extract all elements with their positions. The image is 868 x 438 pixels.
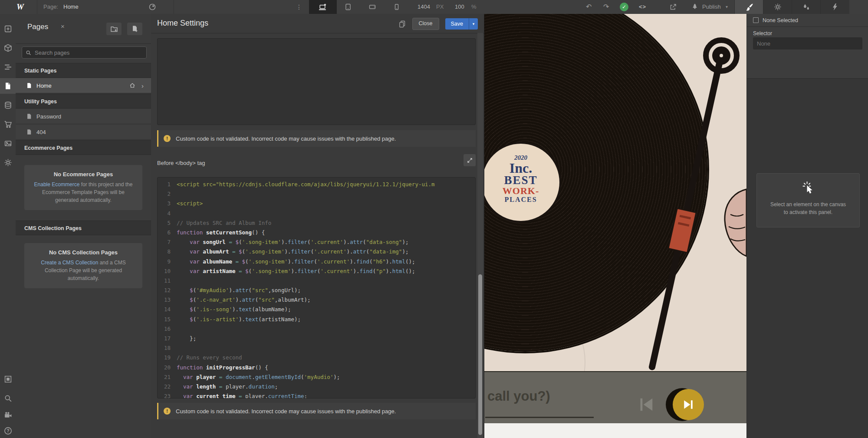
selector-input[interactable] bbox=[753, 37, 862, 49]
canvas-width-unit: PX bbox=[436, 0, 444, 14]
pages-panel-header: Pages × bbox=[16, 14, 151, 44]
add-folder-button[interactable] bbox=[106, 23, 122, 35]
settings-panel-tab[interactable] bbox=[763, 0, 792, 14]
head-code-editor-remnant[interactable] bbox=[157, 38, 476, 125]
left-toolbar: ? bbox=[0, 14, 16, 438]
badge-work: WORK- bbox=[484, 186, 559, 196]
body-code-editor[interactable]: 1<script src="https://cdnjs.cloudflare.c… bbox=[157, 177, 476, 398]
page-row-404[interactable]: 404 bbox=[16, 125, 151, 140]
breakpoint-phone-portrait[interactable] bbox=[390, 0, 404, 14]
style-panel-body: Select an element on the canvas to activ… bbox=[747, 78, 868, 438]
saved-status-icon[interactable]: ✓ bbox=[620, 3, 628, 11]
duplicate-icon[interactable] bbox=[398, 20, 406, 28]
publish-rocket-icon bbox=[691, 3, 699, 11]
add-elements-icon[interactable] bbox=[0, 21, 16, 36]
divider bbox=[174, 0, 174, 14]
selected-element-row: None Selected bbox=[747, 14, 868, 27]
design-canvas[interactable]: 2020 Inc. BEST WORK- PLACES call you?) bbox=[484, 14, 746, 438]
hint-text: Select an element on the canvas to activ… bbox=[757, 201, 859, 216]
redo-icon[interactable]: ↷ bbox=[603, 0, 609, 14]
pages-panel-title: Pages bbox=[27, 23, 48, 31]
enable-ecommerce-link[interactable]: Enable Ecommerce bbox=[34, 181, 80, 188]
section-utility-pages: Utility Pages bbox=[16, 94, 151, 109]
turntable-illustration: 2020 Inc. BEST WORK- PLACES bbox=[484, 14, 746, 371]
before-body-tag-label: Before </body> tag bbox=[157, 160, 205, 166]
skip-forward-button[interactable] bbox=[673, 389, 704, 420]
page-row-home[interactable]: Home › bbox=[16, 78, 151, 93]
page-name[interactable]: Home bbox=[63, 0, 79, 14]
interactions-panel-tab[interactable] bbox=[792, 0, 821, 14]
cms-collections-icon[interactable] bbox=[0, 97, 16, 113]
no-ecommerce-card: No Ecommerce Pages Enable Ecommerce for … bbox=[24, 165, 142, 210]
settings-actions: Close Save ▾ bbox=[398, 18, 478, 30]
search-pages bbox=[22, 46, 147, 59]
section-static-pages: Static Pages bbox=[16, 63, 151, 78]
custom-code-warning-bottom: ! Custom code is not validated. Incorrec… bbox=[157, 403, 476, 419]
add-page-button[interactable] bbox=[127, 23, 142, 35]
pages-panel-icon[interactable] bbox=[0, 78, 16, 94]
video-tutorials-icon[interactable] bbox=[0, 407, 16, 423]
breakpoint-desktop[interactable] bbox=[309, 0, 337, 14]
components-icon[interactable] bbox=[0, 40, 16, 56]
create-cms-collection-link[interactable]: Create a CMS Collection bbox=[41, 260, 98, 266]
expand-icon bbox=[467, 157, 473, 164]
hand-illustration bbox=[723, 188, 746, 279]
quick-actions-panel-tab[interactable] bbox=[820, 0, 849, 14]
breakpoint-phone-landscape[interactable] bbox=[365, 0, 379, 14]
project-settings-icon[interactable] bbox=[0, 155, 16, 170]
find-icon[interactable] bbox=[0, 390, 16, 406]
no-cms-card: No CMS Collection Pages Create a CMS Col… bbox=[24, 243, 142, 288]
close-button[interactable]: Close bbox=[412, 18, 439, 30]
zoom-value[interactable]: 100 bbox=[455, 0, 464, 14]
player-underline bbox=[485, 417, 594, 418]
undo-icon[interactable]: ↶ bbox=[586, 0, 592, 14]
top-bar: W Page: Home ⋮ 1404 PX 100 % ↶ ↷ ✓ <> bbox=[0, 0, 868, 14]
page-row-password[interactable]: Password bbox=[16, 109, 151, 124]
search-pages-input[interactable] bbox=[34, 49, 131, 56]
style-manager-icon[interactable] bbox=[0, 371, 16, 387]
warning-icon: ! bbox=[164, 135, 171, 142]
zoom-unit: % bbox=[471, 0, 477, 14]
page-icon bbox=[26, 82, 32, 89]
record-label-badge: 2020 Inc. BEST WORK- PLACES bbox=[484, 142, 561, 223]
badge-places: PLACES bbox=[484, 196, 559, 204]
breakpoint-tablet[interactable] bbox=[341, 0, 355, 14]
close-icon[interactable]: × bbox=[61, 23, 65, 30]
help-icon[interactable]: ? bbox=[0, 423, 16, 438]
menu-dots-icon[interactable]: ⋮ bbox=[296, 0, 302, 14]
audio-player-bar: call you?) bbox=[484, 371, 746, 423]
save-dropdown-chevron-icon[interactable]: ▾ bbox=[469, 18, 478, 30]
preview-icon[interactable] bbox=[148, 3, 156, 11]
navigator-icon[interactable] bbox=[0, 59, 16, 75]
settings-scrollbar[interactable] bbox=[477, 33, 483, 438]
svg-text:?: ? bbox=[7, 428, 9, 433]
tonearm-pivot-dot bbox=[720, 54, 723, 57]
save-button[interactable]: Save ▾ bbox=[445, 18, 478, 30]
scrollbar-thumb[interactable] bbox=[478, 274, 482, 435]
search-icon bbox=[26, 50, 31, 56]
home-icon bbox=[129, 82, 135, 89]
custom-code-icon[interactable]: <> bbox=[639, 0, 646, 14]
home-settings-panel: Home Settings Close Save ▾ ! Custom code… bbox=[151, 14, 484, 438]
warning-text: Custom code is not validated. Incorrect … bbox=[176, 408, 396, 415]
canvas-width-value[interactable]: 1404 bbox=[418, 0, 430, 14]
ecommerce-icon[interactable] bbox=[0, 116, 16, 132]
webflow-logo[interactable]: W bbox=[16, 0, 24, 14]
save-label[interactable]: Save bbox=[445, 18, 469, 30]
select-element-hint-card: Select an element on the canvas to activ… bbox=[756, 173, 860, 227]
publish-chevron-icon[interactable]: ▾ bbox=[726, 0, 728, 14]
assets-icon[interactable] bbox=[0, 135, 16, 151]
expand-editor-button[interactable] bbox=[464, 154, 476, 166]
publish-button[interactable]: Publish bbox=[702, 0, 721, 14]
badge-best: BEST bbox=[484, 175, 559, 186]
page-label: Page: bbox=[43, 0, 58, 14]
section-ecommerce-pages: Ecommerce Pages bbox=[16, 140, 151, 155]
skip-back-icon[interactable] bbox=[638, 396, 654, 413]
style-panel-tab[interactable] bbox=[734, 0, 763, 14]
page-row-label: 404 bbox=[36, 129, 46, 135]
chevron-right-icon[interactable]: › bbox=[141, 82, 144, 89]
player-song-text: call you?) bbox=[487, 389, 550, 404]
webflow-designer: W Page: Home ⋮ 1404 PX 100 % ↶ ↷ ✓ <> bbox=[0, 0, 868, 438]
export-icon[interactable] bbox=[669, 3, 677, 11]
warning-text: Custom code is not validated. Incorrect … bbox=[176, 135, 396, 142]
